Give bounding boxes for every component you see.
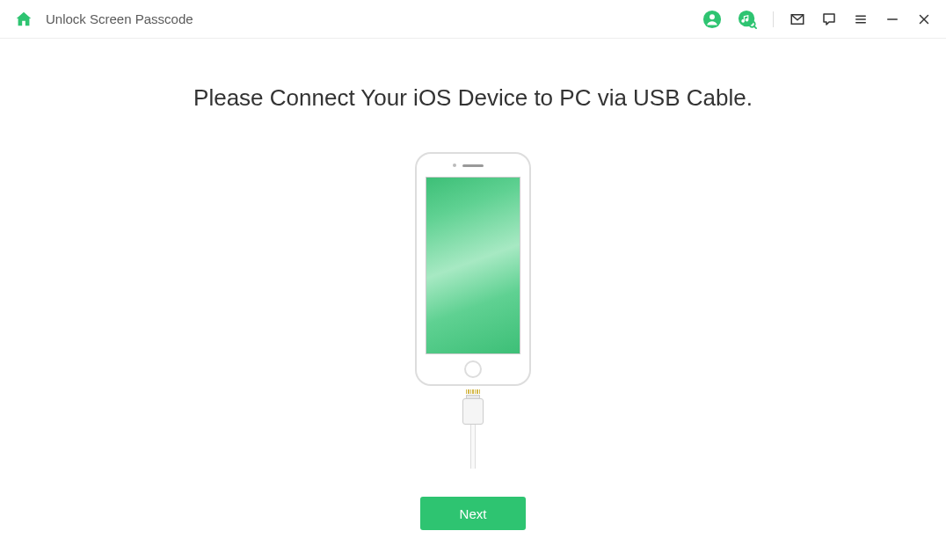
menu-icon[interactable] (853, 11, 869, 27)
page-title: Unlock Screen Passcode (46, 11, 193, 26)
cable-connector-head (466, 389, 480, 398)
phone-speaker (462, 164, 484, 167)
phone-home-button (464, 360, 482, 378)
music-search-icon[interactable] (738, 10, 757, 29)
next-button[interactable]: Next (420, 497, 526, 530)
user-icon[interactable] (702, 10, 722, 29)
svg-point-1 (710, 14, 715, 19)
titlebar: Unlock Screen Passcode (0, 0, 946, 39)
phone-screen (426, 177, 520, 354)
phone-graphic (415, 152, 531, 386)
usb-cable-graphic (462, 389, 484, 469)
main-content: Please Connect Your iOS Device to PC via… (0, 39, 946, 530)
cable-connector-body (462, 398, 484, 425)
divider (773, 11, 774, 27)
device-illustration (398, 152, 548, 469)
minimize-icon[interactable] (884, 11, 900, 27)
svg-line-4 (754, 25, 756, 27)
cable-wire (470, 425, 476, 469)
titlebar-right (702, 10, 932, 29)
feedback-icon[interactable] (821, 11, 837, 27)
mail-icon[interactable] (790, 11, 805, 27)
instruction-heading: Please Connect Your iOS Device to PC via… (0, 84, 946, 112)
phone-camera (453, 164, 456, 167)
home-icon[interactable] (14, 10, 33, 29)
close-icon[interactable] (916, 11, 932, 27)
titlebar-left: Unlock Screen Passcode (14, 10, 193, 29)
